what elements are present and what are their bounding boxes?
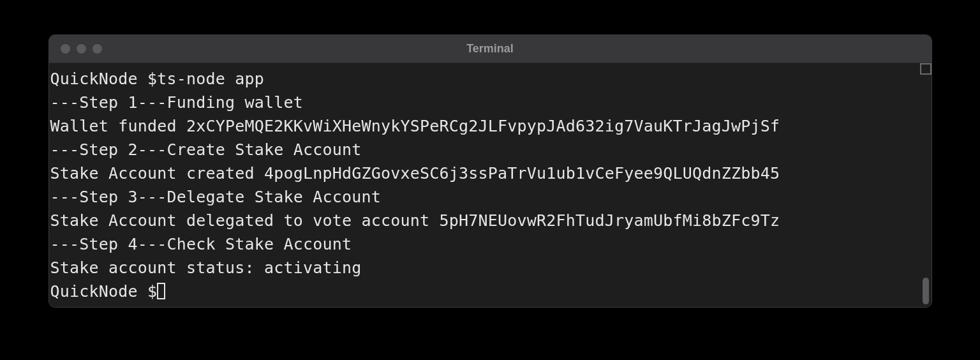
terminal-line: Stake Account delegated to vote account …: [50, 209, 919, 232]
terminal-prompt: QuickNode $: [50, 282, 158, 301]
terminal-line: Stake account status: activating: [50, 256, 919, 280]
terminal-line: QuickNode $ts-node app: [50, 67, 919, 91]
window-titlebar[interactable]: Terminal: [49, 35, 932, 63]
terminal-body-wrap: QuickNode $ts-node app---Step 1---Fundin…: [49, 63, 932, 307]
terminal-line: Wallet funded 2xCYPeMQE2KKvWiXHeWnykYSPe…: [50, 114, 919, 138]
terminal-line: Stake Account created 4pogLnpHdGZGovxeSC…: [50, 161, 919, 185]
minimize-button[interactable]: [77, 44, 86, 54]
terminal-window: Terminal QuickNode $ts-node app---Step 1…: [48, 34, 932, 308]
cursor-icon: [157, 283, 165, 299]
terminal-line: ---Step 4---Check Stake Account: [50, 232, 919, 256]
maximize-button[interactable]: [93, 44, 102, 54]
terminal-line: ---Step 2---Create Stake Account: [50, 138, 919, 161]
terminal-line: ---Step 3---Delegate Stake Account: [50, 185, 919, 209]
scrollbar-thumb[interactable]: [923, 278, 929, 304]
terminal-prompt-line: QuickNode $: [50, 280, 919, 303]
scrollbar-top-box-icon: [920, 63, 932, 75]
close-button[interactable]: [61, 44, 70, 54]
terminal-line: ---Step 1---Funding wallet: [50, 91, 919, 114]
scrollbar-track[interactable]: [920, 63, 932, 307]
window-controls: [49, 44, 102, 54]
window-title: Terminal: [49, 42, 932, 56]
terminal-output[interactable]: QuickNode $ts-node app---Step 1---Fundin…: [49, 63, 920, 307]
